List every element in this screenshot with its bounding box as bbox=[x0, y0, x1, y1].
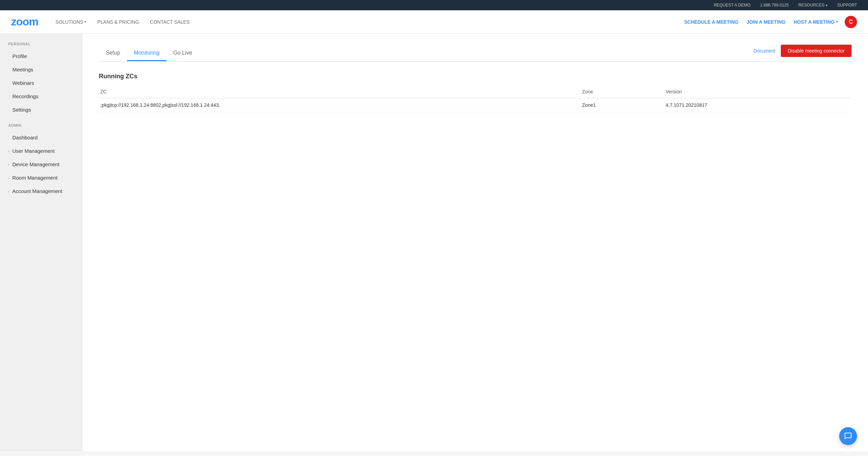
chat-bubble-button[interactable] bbox=[839, 427, 857, 445]
schedule-meeting-link[interactable]: SCHEDULE A MEETING bbox=[683, 16, 740, 27]
chevron-down-icon: ▾ bbox=[836, 20, 838, 24]
nav-solutions[interactable]: SOLUTIONS ▾ bbox=[51, 16, 91, 27]
app-layout: PERSONAL Profile Meetings Webinars Recor… bbox=[0, 34, 868, 451]
avatar[interactable]: C bbox=[845, 16, 857, 28]
chevron-right-icon: › bbox=[8, 162, 10, 167]
chat-icon bbox=[844, 432, 852, 440]
tab-monitoring[interactable]: Monitoring bbox=[127, 46, 167, 61]
phone-link[interactable]: 1.888.799.0125 bbox=[760, 3, 789, 8]
main-nav: zoom SOLUTIONS ▾ PLANS & PRICING CONTACT… bbox=[0, 10, 868, 34]
tab-go-live[interactable]: Go Live bbox=[167, 46, 199, 61]
nav-actions: SCHEDULE A MEETING JOIN A MEETING HOST A… bbox=[683, 16, 857, 28]
nav-contact-sales[interactable]: CONTACT SALES bbox=[145, 16, 194, 27]
zc-table: ZC Zone Version ;pkg|tcp://192.168.1.24:… bbox=[99, 86, 852, 112]
chevron-right-icon: › bbox=[8, 176, 10, 180]
running-zcs-title: Running ZCs bbox=[99, 73, 852, 80]
sidebar: PERSONAL Profile Meetings Webinars Recor… bbox=[0, 34, 82, 451]
running-zcs-section: Running ZCs ZC Zone Version ;pkg|tcp://1… bbox=[99, 73, 852, 112]
disable-meeting-connector-button[interactable]: Disable meeting connector bbox=[781, 45, 852, 57]
table-row: ;pkg|tcp://192.168.1.24:8802,pkg|ssl://1… bbox=[99, 98, 852, 112]
col-header-zone: Zone bbox=[578, 86, 662, 98]
chevron-down-icon: ▾ bbox=[826, 3, 827, 7]
zc-address: ;pkg|tcp://192.168.1.24:8802,pkg|ssl://1… bbox=[99, 98, 578, 112]
personal-section-label: PERSONAL bbox=[0, 42, 82, 49]
col-header-version: Version bbox=[662, 86, 852, 98]
tabs-bar: Setup Monitoring Go Live Document Disabl… bbox=[99, 45, 852, 62]
zc-zone: Zone1 bbox=[578, 98, 662, 112]
chevron-right-icon: › bbox=[8, 149, 10, 153]
admin-section-label: ADMIN bbox=[0, 116, 82, 131]
join-meeting-link[interactable]: JOIN A MEETING bbox=[745, 16, 787, 27]
sidebar-item-webinars[interactable]: Webinars bbox=[0, 76, 82, 90]
chevron-right-icon: › bbox=[8, 189, 10, 193]
zc-version: 4.7.1071.20210817 bbox=[662, 98, 852, 112]
col-header-zc: ZC bbox=[99, 86, 578, 98]
chevron-down-icon: ▾ bbox=[84, 20, 86, 24]
sidebar-item-recordings[interactable]: Recordings bbox=[0, 90, 82, 103]
nav-links: SOLUTIONS ▾ PLANS & PRICING CONTACT SALE… bbox=[51, 16, 683, 27]
tab-setup[interactable]: Setup bbox=[99, 46, 127, 61]
sidebar-item-settings[interactable]: Settings bbox=[0, 103, 82, 116]
request-demo-link[interactable]: REQUEST A DEMO bbox=[714, 3, 751, 8]
sidebar-item-profile[interactable]: Profile bbox=[0, 49, 82, 63]
sidebar-item-dashboard[interactable]: Dashboard bbox=[0, 131, 82, 144]
main-content: Setup Monitoring Go Live Document Disabl… bbox=[82, 34, 868, 451]
document-link[interactable]: Document bbox=[753, 48, 775, 54]
support-link[interactable]: SUPPORT bbox=[837, 3, 857, 8]
sidebar-item-device-management[interactable]: › Device Management bbox=[0, 158, 82, 171]
tab-actions: Document Disable meeting connector bbox=[753, 45, 852, 61]
nav-plans-pricing[interactable]: PLANS & PRICING bbox=[92, 16, 144, 27]
sidebar-item-meetings[interactable]: Meetings bbox=[0, 63, 82, 76]
host-meeting-link[interactable]: HOST A MEETING ▾ bbox=[792, 16, 839, 27]
sidebar-item-user-management[interactable]: › User Management bbox=[0, 144, 82, 158]
sidebar-item-room-management[interactable]: › Room Management bbox=[0, 171, 82, 184]
utility-bar: REQUEST A DEMO 1.888.799.0125 RESOURCES … bbox=[0, 0, 868, 10]
sidebar-item-account-management[interactable]: › Account Management bbox=[0, 184, 82, 198]
logo[interactable]: zoom bbox=[11, 15, 38, 28]
resources-link[interactable]: RESOURCES ▾ bbox=[798, 3, 827, 8]
